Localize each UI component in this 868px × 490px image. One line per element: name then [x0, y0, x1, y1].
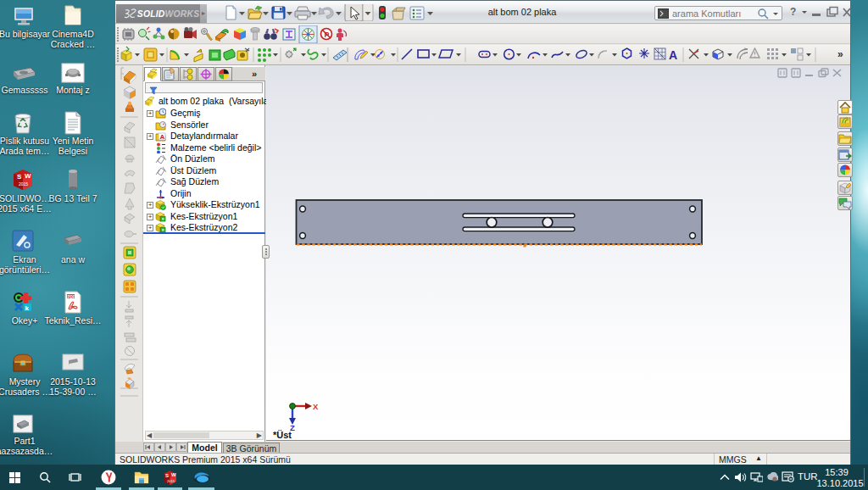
svg-text:PDF: PDF: [68, 295, 75, 299]
svg-text:W: W: [25, 172, 31, 180]
svg-text:*Üst: *Üst: [273, 430, 292, 440]
svg-text:SOLIDWORKS: SOLIDWORKS: [137, 9, 199, 19]
svg-text:A: A: [669, 48, 677, 62]
svg-text:A: A: [160, 133, 165, 141]
svg-text:2015: 2015: [167, 479, 175, 483]
svg-text:k: k: [25, 304, 30, 312]
svg-text:X: X: [313, 402, 319, 411]
svg-text:W: W: [171, 472, 176, 477]
svg-text:S: S: [165, 473, 169, 478]
svg-text:S: S: [17, 173, 22, 181]
svg-text:2015: 2015: [19, 181, 28, 187]
